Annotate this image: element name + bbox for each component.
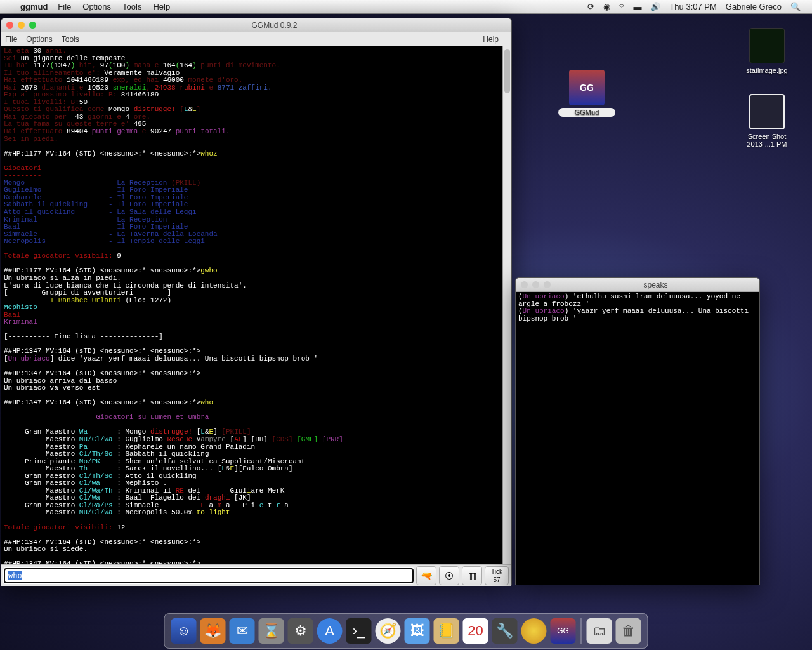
- desktop-label: GGMud: [558, 108, 615, 117]
- dock-mail-icon[interactable]: ✉: [230, 618, 255, 644]
- speaks-window: speaks (Un ubriaco) 'cthulhu sushi lram …: [515, 277, 760, 585]
- dock-firefox-icon[interactable]: 🦊: [200, 618, 226, 644]
- mac-menubar: ggmud File Options Tools Help ⟳ ◉ ⌔ ▬ 🔊 …: [0, 0, 812, 14]
- command-input[interactable]: [4, 568, 414, 583]
- dock-trash-icon[interactable]: 🗑: [616, 618, 641, 644]
- zoom-icon[interactable]: [29, 22, 36, 29]
- desktop-icon-ggmud[interactable]: GG GGMud: [558, 70, 615, 117]
- tb-file[interactable]: File: [5, 35, 17, 44]
- menubar-clock[interactable]: Thu 3:07 PM: [669, 2, 716, 11]
- window-title: GGMud 0.9.2: [43, 21, 506, 30]
- titlebar[interactable]: speaks: [516, 278, 759, 292]
- dock-appstore-icon[interactable]: A: [317, 618, 343, 644]
- dock-contacts-icon[interactable]: 📒: [434, 618, 459, 644]
- menubar-user[interactable]: Gabriele Greco: [726, 2, 782, 11]
- dock-separator: [581, 618, 582, 644]
- status-icon-sync[interactable]: ⟳: [587, 2, 594, 11]
- ggmud-window: GGMud 0.9.2 File Options Tools Help La e…: [1, 18, 512, 586]
- dock-warn-icon[interactable]: [521, 618, 547, 644]
- pistol-button[interactable]: 🔫: [416, 566, 436, 585]
- dock-folder-icon[interactable]: 🗂: [587, 618, 612, 644]
- dock-preview-icon[interactable]: 🖼: [405, 618, 430, 644]
- dock-settings-icon[interactable]: ⚙: [288, 618, 313, 644]
- minimize-icon[interactable]: [18, 22, 25, 29]
- dock-calendar-icon[interactable]: 20: [463, 618, 488, 644]
- zoom-icon[interactable]: [544, 281, 551, 288]
- dock-finder-icon[interactable]: ☺: [171, 618, 197, 644]
- tick-counter: Tick 57: [485, 566, 509, 585]
- dock-compass-icon[interactable]: 🧭: [376, 618, 401, 644]
- desktop-label: statimage.jpg: [738, 66, 796, 75]
- page-button[interactable]: ▥: [462, 566, 482, 585]
- close-icon[interactable]: [521, 281, 528, 288]
- desktop-icon-statimage[interactable]: statimage.jpg: [738, 28, 796, 75]
- window-toolbar: File Options Tools Help: [1, 32, 511, 46]
- desktop-label: Screen Shot2013-...1 PM: [738, 132, 796, 149]
- dock-terminal-icon[interactable]: ›_: [346, 618, 372, 644]
- tb-help[interactable]: Help: [483, 35, 499, 44]
- menu-help[interactable]: Help: [153, 2, 170, 11]
- dock-tool-icon[interactable]: 🔧: [492, 618, 518, 644]
- menu-tools[interactable]: Tools: [122, 2, 141, 11]
- record-button[interactable]: ⦿: [439, 566, 459, 585]
- dock-safari-icon[interactable]: ⌛: [259, 618, 284, 644]
- spotlight-icon[interactable]: 🔍: [790, 2, 801, 11]
- terminal-scrollbar[interactable]: [502, 46, 511, 564]
- menu-file[interactable]: File: [58, 2, 71, 11]
- speaks-terminal[interactable]: (Un ubriaco) 'cthulhu sushi lram deluuus…: [516, 292, 759, 585]
- dock: ☺ 🦊 ✉ ⌛ ⚙ A ›_ 🧭 🖼 📒 20 🔧 GG 🗂 🗑: [164, 613, 648, 649]
- status-icon-globe[interactable]: ◉: [603, 2, 610, 11]
- app-name[interactable]: ggmud: [20, 2, 48, 11]
- window-title: speaks: [557, 281, 754, 289]
- output-terminal[interactable]: La eta 30 anni. Sei un gigante delle tem…: [1, 46, 511, 564]
- status-icon-volume[interactable]: 🔊: [650, 2, 660, 11]
- desktop-icon-screenshot[interactable]: Screen Shot2013-...1 PM: [738, 94, 796, 149]
- status-icon-battery[interactable]: ▬: [633, 2, 641, 11]
- titlebar[interactable]: GGMud 0.9.2: [1, 18, 511, 32]
- minimize-icon[interactable]: [532, 281, 539, 288]
- tb-options[interactable]: Options: [26, 35, 52, 44]
- dock-ggmud-icon[interactable]: GG: [551, 618, 576, 644]
- bottom-bar: 🔫 ⦿ ▥ Tick 57: [1, 564, 511, 586]
- menu-options[interactable]: Options: [82, 2, 111, 11]
- status-icon-wifi[interactable]: ⌔: [619, 2, 624, 11]
- close-icon[interactable]: [6, 22, 13, 29]
- scroll-thumb[interactable]: [504, 49, 510, 93]
- tb-tools[interactable]: Tools: [62, 35, 79, 44]
